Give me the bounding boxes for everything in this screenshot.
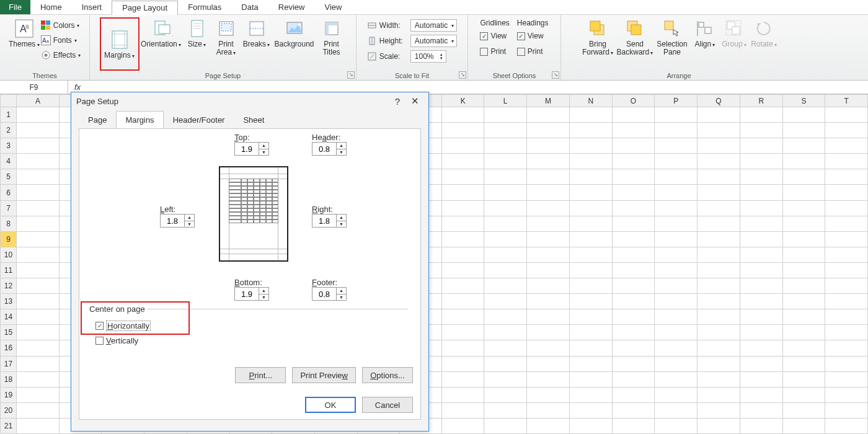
cell[interactable] [526, 262, 569, 278]
cell[interactable] [740, 216, 782, 231]
column-header[interactable]: M [526, 95, 569, 107]
cell[interactable] [441, 325, 484, 340]
cell[interactable] [655, 169, 698, 185]
cell[interactable] [484, 340, 526, 356]
cell[interactable] [441, 294, 484, 309]
cell[interactable] [441, 247, 484, 262]
cell[interactable] [655, 340, 698, 356]
cell[interactable] [698, 185, 740, 200]
row-header[interactable]: 8 [1, 216, 17, 231]
ok-button[interactable]: OK [305, 397, 356, 413]
cell[interactable] [569, 138, 612, 154]
cell[interactable] [612, 185, 655, 200]
cell[interactable] [569, 216, 612, 231]
cell[interactable] [17, 154, 60, 169]
cell[interactable] [782, 138, 825, 154]
cell[interactable] [740, 309, 782, 325]
cell[interactable] [740, 247, 782, 262]
colors-button[interactable]: Colors▾ [41, 19, 81, 32]
cell[interactable] [569, 356, 612, 371]
cell[interactable] [655, 418, 698, 433]
cell[interactable] [569, 309, 612, 325]
dialog-tab-sheet[interactable]: Sheet [234, 111, 273, 129]
cell[interactable] [526, 278, 569, 294]
column-header[interactable]: A [17, 95, 60, 107]
cell[interactable] [569, 185, 612, 200]
cell[interactable] [782, 418, 825, 433]
row-header[interactable]: 19 [1, 387, 17, 402]
cell[interactable] [698, 402, 740, 418]
cell[interactable] [825, 200, 868, 216]
cell[interactable] [655, 231, 698, 247]
cell[interactable] [569, 325, 612, 340]
cell[interactable] [612, 371, 655, 387]
cell[interactable] [698, 107, 740, 123]
cell[interactable] [825, 278, 868, 294]
cell[interactable] [569, 247, 612, 262]
cell[interactable] [484, 216, 526, 231]
cell[interactable] [17, 309, 60, 325]
column-header[interactable]: R [740, 95, 782, 107]
row-header[interactable]: 12 [1, 278, 17, 294]
cell[interactable] [698, 216, 740, 231]
cell[interactable] [526, 154, 569, 169]
cell[interactable] [740, 294, 782, 309]
column-header[interactable]: T [825, 95, 868, 107]
cell[interactable] [569, 154, 612, 169]
cell[interactable] [655, 216, 698, 231]
margins-button[interactable]: Margins [100, 17, 140, 71]
cell[interactable] [526, 402, 569, 418]
cell[interactable] [698, 418, 740, 433]
top-margin-spinner[interactable]: ▲▼ [234, 142, 269, 156]
cell[interactable] [17, 107, 60, 123]
cell[interactable] [698, 247, 740, 262]
column-header[interactable]: N [569, 95, 612, 107]
cell[interactable] [569, 294, 612, 309]
cell[interactable] [782, 123, 825, 138]
tab-review[interactable]: Review [268, 0, 315, 14]
cell[interactable] [782, 325, 825, 340]
footer-margin-spinner[interactable]: ▲▼ [312, 287, 347, 301]
cell[interactable] [526, 185, 569, 200]
cell[interactable] [655, 309, 698, 325]
sheet-options-launcher[interactable]: ↘ [552, 71, 559, 79]
cell[interactable] [526, 356, 569, 371]
cell[interactable] [612, 200, 655, 216]
cell[interactable] [698, 371, 740, 387]
cell[interactable] [655, 262, 698, 278]
row-header[interactable]: 15 [1, 325, 17, 340]
cell[interactable] [612, 247, 655, 262]
cell[interactable] [17, 231, 60, 247]
tab-data[interactable]: Data [231, 0, 268, 14]
cell[interactable] [526, 107, 569, 123]
cell[interactable] [441, 216, 484, 231]
cell[interactable] [655, 402, 698, 418]
cell[interactable] [484, 309, 526, 325]
row-header[interactable]: 16 [1, 340, 17, 356]
cell[interactable] [698, 294, 740, 309]
cell[interactable] [825, 154, 868, 169]
cell[interactable] [612, 278, 655, 294]
cell[interactable] [782, 402, 825, 418]
cell[interactable] [441, 185, 484, 200]
cell[interactable] [782, 154, 825, 169]
column-header[interactable]: S [782, 95, 825, 107]
cell[interactable] [526, 371, 569, 387]
cell[interactable] [740, 278, 782, 294]
cell[interactable] [17, 325, 60, 340]
cell[interactable] [782, 247, 825, 262]
cell[interactable] [484, 200, 526, 216]
cell[interactable] [17, 387, 60, 402]
cell[interactable] [612, 402, 655, 418]
cell[interactable] [441, 418, 484, 433]
row-header[interactable]: 10 [1, 247, 17, 262]
cell[interactable] [825, 138, 868, 154]
cell[interactable] [825, 107, 868, 123]
cell[interactable] [740, 325, 782, 340]
cell[interactable] [441, 231, 484, 247]
cell[interactable] [441, 154, 484, 169]
cell[interactable] [526, 325, 569, 340]
cell[interactable] [698, 387, 740, 402]
cell[interactable] [655, 387, 698, 402]
cell[interactable] [17, 216, 60, 231]
